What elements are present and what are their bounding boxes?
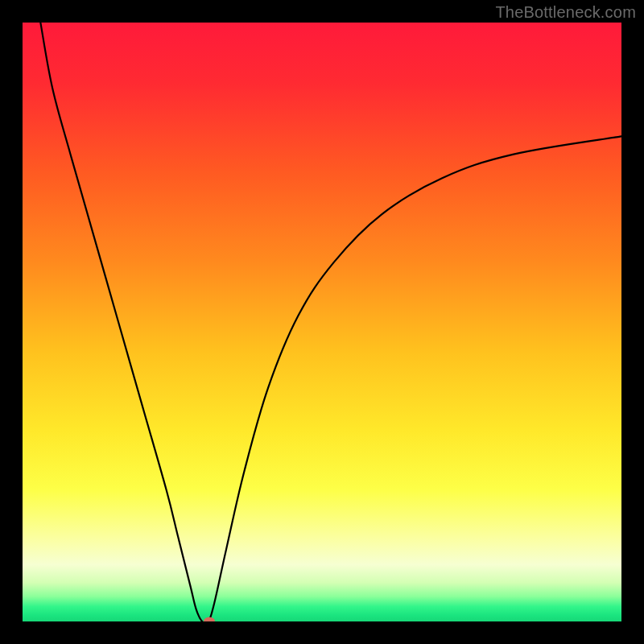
watermark-text: TheBottleneck.com xyxy=(495,3,636,22)
chart-frame: TheBottleneck.com xyxy=(0,0,644,644)
bottleneck-curve xyxy=(23,23,621,621)
plot-area xyxy=(23,23,621,621)
optimum-marker xyxy=(204,617,215,622)
